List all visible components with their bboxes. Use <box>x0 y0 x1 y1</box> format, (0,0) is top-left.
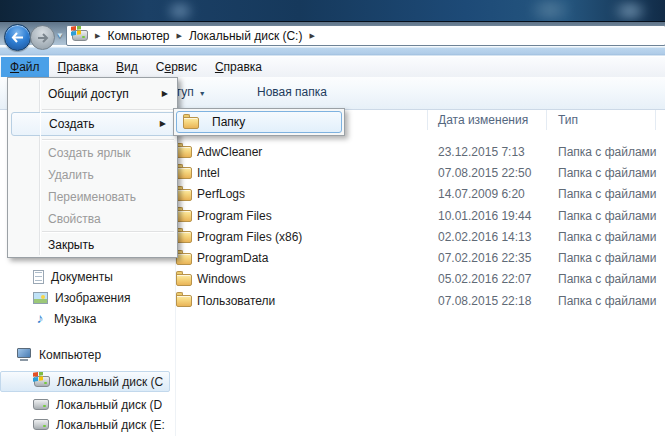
table-row[interactable]: ProgramData 07.02.2016 22:35 Папка с фай… <box>176 247 665 268</box>
sidebar-item-computer[interactable]: Компьютер <box>16 344 170 365</box>
file-type: Папка с файлами <box>558 166 657 180</box>
menu-item-delete[interactable]: Удалить <box>8 164 177 186</box>
file-name[interactable]: PerfLogs <box>197 187 245 201</box>
file-name[interactable]: Пользователи <box>197 294 275 308</box>
breadcrumb-separator-icon: ▶ <box>170 32 189 40</box>
breadcrumb-separator-icon: ▶ <box>88 32 107 40</box>
file-type: Папка с файлами <box>558 145 657 159</box>
folder-icon <box>176 253 192 265</box>
file-date: 02.02.2016 14:13 <box>438 230 531 244</box>
file-name[interactable]: Intel <box>197 166 220 180</box>
desktop-background-strip <box>0 0 665 22</box>
file-date: 14.07.2009 6:20 <box>438 187 525 201</box>
table-row[interactable]: Intel 07.08.2015 22:50 Папка с файлами <box>176 162 665 183</box>
file-type: Папка с файлами <box>558 251 657 265</box>
file-date: 07.02.2016 22:35 <box>438 251 531 265</box>
table-row[interactable]: Program Files 10.01.2016 19:44 Папка с ф… <box>176 205 665 226</box>
drive-icon <box>33 399 49 410</box>
file-type: Папка с файлами <box>558 209 657 223</box>
menu-view[interactable]: Вид <box>107 57 147 77</box>
desktop-blur-blob <box>605 2 655 20</box>
menu-item-close[interactable]: Закрыть <box>8 234 177 256</box>
folder-icon <box>176 274 192 286</box>
sidebar-item-local-disk-c[interactable]: Локальный диск (C <box>0 371 170 392</box>
breadcrumb-separator-icon: ▶ <box>302 32 321 40</box>
file-date: 23.12.2015 7:13 <box>438 145 525 159</box>
menu-tools[interactable]: Сервис <box>147 57 206 77</box>
menu-bar: Файл Правка Вид Сервис Справка <box>0 57 665 77</box>
file-date: 10.01.2016 19:44 <box>438 209 531 223</box>
file-list: AdwCleaner 23.12.2015 7:13 Папка с файла… <box>176 141 665 311</box>
sidebar-item-documents[interactable]: Документы <box>33 266 170 287</box>
submenu-arrow-icon: ▶ <box>162 83 168 105</box>
forward-arrow-icon <box>37 33 49 43</box>
new-folder-button[interactable]: Новая папка <box>257 85 327 99</box>
menu-item-share[interactable]: Общий доступ ▶ <box>8 83 177 105</box>
column-header-type[interactable]: Тип <box>547 110 656 130</box>
file-date: 07.08.2015 22:18 <box>438 294 531 308</box>
menu-item-properties[interactable]: Свойства <box>8 208 177 230</box>
back-arrow-icon <box>11 32 24 43</box>
file-name[interactable]: Windows <box>197 272 246 286</box>
menu-item-rename[interactable]: Переименовать <box>8 186 177 208</box>
back-button[interactable] <box>4 24 31 51</box>
document-icon <box>33 270 44 284</box>
table-row[interactable]: Program Files (x86) 02.02.2016 14:13 Пап… <box>176 226 665 247</box>
file-type: Папка с файлами <box>558 230 657 244</box>
menu-separator <box>42 109 174 110</box>
menu-file[interactable]: Файл <box>1 57 49 77</box>
submenu-arrow-icon: ▶ <box>160 113 166 135</box>
file-date: 05.02.2016 22:07 <box>438 272 531 286</box>
computer-icon <box>16 348 32 361</box>
drive-c-icon <box>72 30 88 41</box>
recent-pages-dropdown-icon[interactable]: ▼ <box>56 31 64 40</box>
picture-icon <box>33 292 48 304</box>
sidebar-item-partial[interactable] <box>33 432 170 436</box>
menu-separator <box>42 231 174 232</box>
folder-icon <box>176 167 192 179</box>
menu-edit[interactable]: Правка <box>49 57 108 77</box>
table-row[interactable]: Windows 05.02.2016 22:07 Папка с файлами <box>176 269 665 290</box>
file-type: Папка с файлами <box>558 294 657 308</box>
folder-icon <box>183 117 199 129</box>
folder-icon <box>176 231 192 243</box>
sidebar-item-music[interactable]: ♪ Музыка <box>33 308 170 329</box>
table-row[interactable]: Пользователи 07.08.2015 22:18 Папка с фа… <box>176 290 665 311</box>
folder-icon <box>176 189 192 201</box>
file-name[interactable]: Program Files <box>197 209 272 223</box>
menu-help[interactable]: Справка <box>206 57 271 77</box>
folder-icon <box>176 146 192 158</box>
forward-button[interactable] <box>30 25 55 50</box>
sidebar-item-pictures[interactable]: Изображения <box>33 287 170 308</box>
explorer-window: ▼ ▶ Компьютер ▶ Локальный диск (C:) ▶ Фа… <box>0 0 665 436</box>
breadcrumb-computer[interactable]: Компьютер <box>107 29 169 43</box>
file-name[interactable]: AdwCleaner <box>197 145 262 159</box>
drive-c-icon <box>34 376 50 387</box>
table-row[interactable]: PerfLogs 14.07.2009 6:20 Папка с файлами <box>176 184 665 205</box>
breadcrumb-local-disk-c[interactable]: Локальный диск (C:) <box>189 29 303 43</box>
menu-item-create-shortcut[interactable]: Создать ярлык <box>8 142 177 164</box>
file-date: 07.08.2015 22:50 <box>438 166 531 180</box>
drive-icon <box>33 419 49 430</box>
create-submenu: Папку <box>173 108 345 136</box>
file-name[interactable]: ProgramData <box>197 251 268 265</box>
submenu-item-folder[interactable]: Папку <box>176 111 342 133</box>
folder-icon <box>176 210 192 222</box>
file-type: Папка с файлами <box>558 187 657 201</box>
file-type: Папка с файлами <box>558 272 657 286</box>
chevron-down-icon: ▼ <box>199 90 206 97</box>
desktop-blur-blob <box>160 2 200 20</box>
sidebar-item-local-disk-d[interactable]: Локальный диск (D <box>33 394 170 415</box>
file-name[interactable]: Program Files (x86) <box>197 230 302 244</box>
desktop-blur-blob <box>520 0 580 20</box>
file-menu-dropdown: Общий доступ ▶ Создать ▶ Создать ярлык У… <box>7 77 178 258</box>
folder-icon <box>176 295 192 307</box>
menu-item-create[interactable]: Создать ▶ <box>11 112 176 136</box>
menu-separator <box>42 139 174 140</box>
glass-bottom-band <box>0 45 665 57</box>
table-row[interactable]: AdwCleaner 23.12.2015 7:13 Папка с файла… <box>176 141 665 162</box>
address-bar[interactable]: ▶ Компьютер ▶ Локальный диск (C:) ▶ <box>66 25 665 46</box>
music-note-icon: ♪ <box>33 311 47 327</box>
column-header-date[interactable]: Дата изменения <box>428 110 547 130</box>
